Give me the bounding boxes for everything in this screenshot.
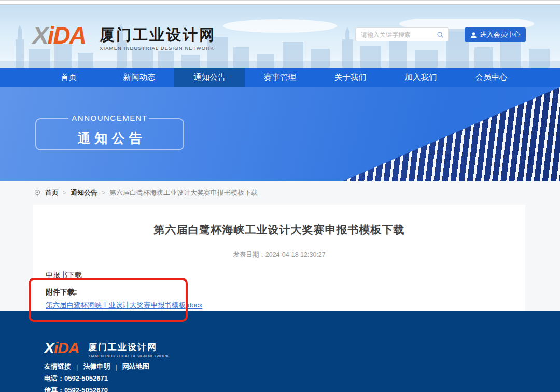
footer-logo-letter-x: X — [44, 339, 54, 356]
footer-link-sitemap[interactable]: 网站地图 — [122, 362, 149, 371]
footer-link-legal[interactable]: 法律申明 — [83, 362, 110, 371]
site-name-en: XIAMEN INDUSTRIAL DESIGN NETWORK — [100, 45, 216, 51]
footer-logo-letters-ida: iDA — [54, 339, 79, 356]
banner-eyebrow: ANNOUNCEMENT — [35, 114, 184, 122]
logo-letter-x: X — [33, 22, 48, 49]
location-pin-icon — [34, 189, 41, 197]
article-title: 第六届白鹭杯海峡工业设计大奖赛申报书模板下载 — [33, 222, 525, 237]
footer-phone: 电话：0592-5052671 — [44, 374, 108, 383]
footer-fax: 传真：0592-5052670 — [44, 386, 108, 392]
announcement-banner: ANNOUNCEMENT 通知公告 — [0, 87, 560, 181]
main-nav: 首页 新闻动态 通知公告 赛事管理 关于我们 加入我们 会员中心 — [0, 68, 560, 87]
nav-item-about[interactable]: 关于我们 — [315, 68, 386, 87]
nav-item-label: 加入我们 — [404, 72, 437, 83]
attachment-download-link[interactable]: 第六届白鹭杯海峡工业设计大奖赛申报书模板.docx — [46, 301, 202, 310]
site-logo[interactable]: XiDA — [33, 23, 86, 47]
nav-item-label: 通知公告 — [193, 72, 226, 83]
article-card: 第六届白鹭杯海峡工业设计大奖赛申报书模板下载 发表日期：2024-04-18 1… — [33, 205, 525, 311]
nav-item-join[interactable]: 加入我们 — [386, 68, 456, 87]
breadcrumb: 首页 > 通知公告 > 第六届白鹭杯海峡工业设计大奖赛申报书模板下载 — [34, 188, 258, 198]
main-content-area: 首页 > 通知公告 > 第六届白鹭杯海峡工业设计大奖赛申报书模板下载 第六届白鹭… — [0, 181, 560, 311]
breadcrumb-separator: > — [102, 189, 105, 197]
site-header: XiDA 厦门工业设计网 XIAMEN INDUSTRIAL DESIGN NE… — [0, 5, 560, 68]
nav-item-member-center[interactable]: 会员中心 — [456, 68, 526, 87]
site-name: 厦门工业设计网 XIAMEN INDUSTRIAL DESIGN NETWORK — [100, 27, 216, 51]
footer-site-name-cn: 厦门工业设计网 — [88, 341, 169, 353]
search-icon[interactable] — [437, 31, 444, 38]
footer-link-separator: | — [115, 363, 117, 371]
nav-item-label: 首页 — [61, 72, 77, 83]
nav-item-news[interactable]: 新闻动态 — [104, 68, 175, 87]
site-name-cn: 厦门工业设计网 — [100, 27, 216, 44]
page: XiDA 厦门工业设计网 XIAMEN INDUSTRIAL DESIGN NE… — [0, 0, 560, 392]
nav-item-announcements[interactable]: 通知公告 — [174, 68, 245, 87]
footer-links: 友情链接 | 法律申明 | 网站地图 — [44, 362, 149, 371]
nav-item-label: 赛事管理 — [264, 72, 296, 83]
search-input[interactable] — [356, 28, 448, 41]
member-center-button[interactable]: 进入会员中心 — [465, 27, 526, 42]
footer-site-name-en: XIAMEN INDUSTRIAL DESIGN NETWORK — [88, 354, 169, 358]
breadcrumb-current-page: 第六届白鹭杯海峡工业设计大奖赛申报书模板下载 — [109, 188, 258, 198]
attachment-label: 附件下载: — [46, 288, 77, 297]
search-box — [355, 27, 449, 41]
nav-item-home[interactable]: 首页 — [34, 68, 104, 87]
nav-item-label: 会员中心 — [475, 72, 507, 83]
nav-item-label: 新闻动态 — [123, 72, 156, 83]
article-publish-date: 发表日期：2024-04-18 12:30:27 — [33, 250, 525, 259]
main-nav-inner: 首页 新闻动态 通知公告 赛事管理 关于我们 加入我们 会员中心 — [34, 68, 526, 87]
nav-item-label: 关于我们 — [334, 72, 367, 83]
building-facade-illustration — [342, 87, 560, 181]
member-center-label: 进入会员中心 — [480, 30, 521, 39]
footer-logo: XiDA — [44, 340, 79, 356]
logo-letters-ida: iDA — [48, 22, 86, 49]
article-body-line: 申报书下载 — [46, 271, 82, 280]
announcement-frame-border — [35, 118, 184, 150]
footer-site-name: 厦门工业设计网 XIAMEN INDUSTRIAL DESIGN NETWORK — [88, 341, 169, 358]
footer-link-separator: | — [76, 363, 78, 371]
browser-top-strip — [0, 0, 560, 5]
breadcrumb-separator: > — [63, 189, 66, 197]
breadcrumb-home[interactable]: 首页 — [45, 188, 59, 198]
nav-item-competitions[interactable]: 赛事管理 — [245, 68, 315, 87]
breadcrumb-announcements[interactable]: 通知公告 — [71, 188, 97, 198]
footer-link-friend-links[interactable]: 友情链接 — [44, 362, 71, 371]
announcement-frame: ANNOUNCEMENT 通知公告 — [35, 118, 184, 150]
user-icon — [470, 32, 477, 38]
site-footer: XIDA XiDA 厦门工业设计网 XIAMEN INDUSTRIAL DESI… — [0, 311, 560, 392]
